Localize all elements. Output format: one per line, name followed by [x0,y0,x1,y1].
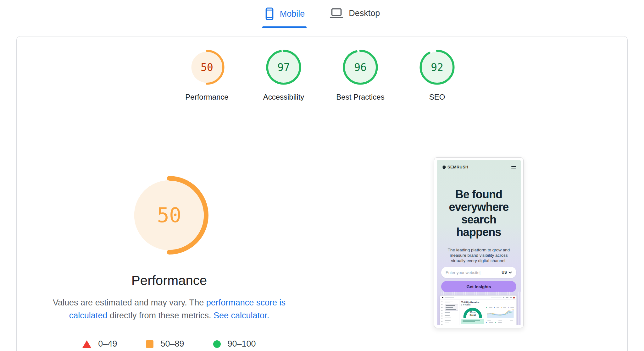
section-divider [22,113,622,113]
accessibility-score-value: 97 [266,50,301,85]
dashboard-navbar [440,296,516,300]
description-text-1: Values are estimated and may vary. The [53,298,206,307]
dashboard-tag: AI Visibility [461,304,514,306]
device-tabbar: Mobile Desktop [0,0,644,30]
dashboard-line-chart [486,308,514,319]
dashboard-domain-bar [445,297,454,298]
description-text-2: directly from these metrics. [107,311,214,320]
tab-desktop[interactable]: Desktop [329,4,380,28]
tab-desktop-label: Desktop [349,8,380,18]
average-range-label: 50–89 [160,339,184,349]
seo-score-value: 92 [419,50,455,85]
fail-range-label: 0–49 [98,339,117,349]
legend-pass: 90–100 [213,339,256,349]
score-range-legend: 0–49 50–89 90–100 [82,339,256,349]
performance-score-label: Performance [185,93,228,101]
dashboard-chart [486,307,514,324]
best-practices-gauge-small: 96 [343,50,378,85]
dashboard-gauge-value: 90 [470,311,472,313]
semrush-brand-text: SEMRUSH [447,165,469,169]
best-practices-score-label: Best Practices [336,93,384,101]
score-item-accessibility[interactable]: 97 Accessibility [245,50,322,101]
preview-headline: Be found everywhere search happens [442,188,516,239]
dashboard-x-axis [486,320,514,321]
dashboard-sidebar [444,300,459,325]
dashboard-heading: Visibility Overview [461,301,514,303]
dashboard-main: Visibility Overview AI Visibility [459,300,516,325]
preview-get-insights-button: Get insights [441,281,516,292]
preview-header: SEMRUSH [437,160,521,169]
report-card: 50 Performance 97 Accessibility 96 [16,36,628,351]
pass-circle-icon [213,340,221,348]
legend-average: 50–89 [146,339,184,349]
preview-country-select: US [502,270,507,275]
performance-gauge-large: 50 [130,176,209,255]
score-item-seo[interactable]: 92 SEO [399,50,475,101]
performance-detail-section: 50 Performance Values are estimated and … [17,161,322,349]
performance-description: Values are estimated and may vary. The p… [52,296,287,322]
legend-fail: 0–49 [82,339,117,349]
tab-mobile-label: Mobile [280,9,305,19]
dashboard-avatar-dot [513,297,515,299]
semrush-logo: SEMRUSH [441,165,469,169]
score-item-best-practices[interactable]: 96 Best Practices [322,50,399,101]
seo-gauge-small: 92 [419,50,455,85]
accessibility-score-label: Accessibility [263,93,304,101]
dashboard-nav-item [510,297,512,298]
preview-subtitle: The leading platform to grow and measure… [444,247,514,263]
desktop-laptop-icon [329,7,344,19]
dashboard-nav-item [503,297,504,298]
score-item-performance[interactable]: 50 Performance [169,50,245,101]
page-screenshot-thumbnail: SEMRUSH Be found everywhere search happe… [434,157,524,328]
preview-dashboard: Visibility Overview AI Visibility [440,295,517,325]
dashboard-nav-item [506,297,508,298]
chevron-down-icon [508,271,512,274]
dashboard-note-box [461,319,484,324]
mobile-phone-icon [264,7,275,21]
performance-detail-title: Performance [131,273,207,288]
active-tab-underline [262,26,307,28]
performance-score-value: 50 [189,50,225,85]
semrush-page-preview: SEMRUSH Be found everywhere search happe… [437,160,521,325]
dashboard-chart-legend2 [486,322,514,323]
tab-mobile[interactable]: Mobile [264,4,306,29]
seo-score-label: SEO [429,93,445,101]
semrush-ball-icon [441,165,446,169]
accessibility-gauge-small: 97 [266,50,301,85]
preview-website-input: Enter your website| US [441,267,516,278]
dashboard-gauge-suffix: /100 [472,311,476,313]
pass-range-label: 90–100 [228,339,256,349]
dashboard-logo-dot [442,297,443,299]
dashboard-visibility-gauge: 90/100 Great [461,307,484,324]
see-calculator-link[interactable]: See calculator. [214,311,269,320]
best-practices-score-value: 96 [343,50,378,85]
dashboard-body: Visibility Overview AI Visibility [440,300,516,325]
dashboard-search-bar [491,297,502,299]
preview-input-placeholder: Enter your website| [446,270,502,275]
dashboard-sidebar-selected [445,304,458,311]
dashboard-gauge-label: Great [463,314,483,316]
hamburger-menu-icon [511,166,516,169]
fail-triangle-icon [82,340,91,348]
score-summary-row: 50 Performance 97 Accessibility 96 [17,36,627,101]
average-square-icon [146,340,153,348]
performance-gauge-small: 50 [189,50,225,85]
dashboard-icon-rail [440,300,444,325]
vertical-divider [322,213,322,274]
performance-detail-score: 50 [130,176,209,255]
